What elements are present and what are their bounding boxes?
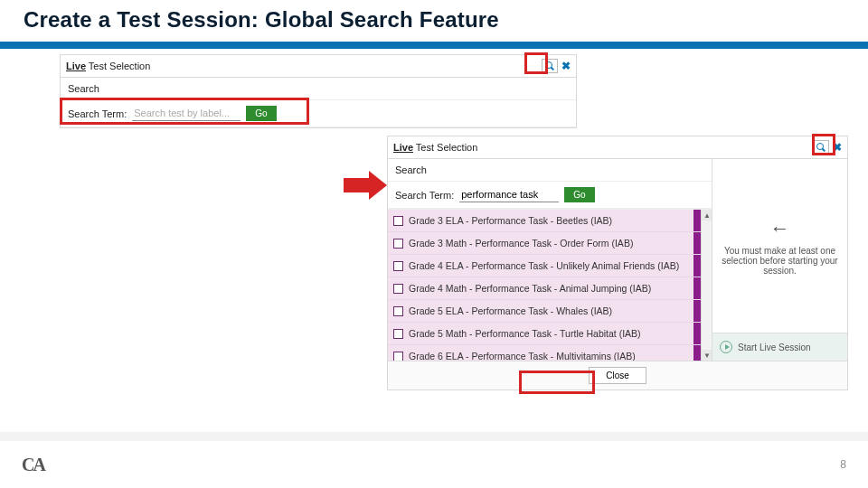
panel-b-search-row: Search Term: Go — [388, 182, 712, 209]
page-number: 8 — [840, 458, 846, 471]
list-item-label: Grade 5 Math - Performance Task - Turtle… — [409, 328, 695, 339]
panel-b: Live Test Selection ✖ Search Search Term… — [387, 136, 848, 390]
list-item[interactable]: Grade 3 Math - Performance Task - Order … — [388, 232, 701, 255]
panel-b-right: ← You must make at least one selection b… — [712, 159, 847, 361]
play-icon — [720, 341, 732, 353]
panel-b-term-label: Search Term: — [395, 190, 454, 201]
panel-b-header: Live Test Selection ✖ — [388, 136, 847, 159]
panel-a-title: Live Test Selection — [66, 61, 150, 71]
list-item-label: Grade 5 ELA - Performance Task - Whales … — [409, 305, 695, 316]
logo: CA — [22, 455, 44, 475]
arrow-left-icon: ← — [770, 217, 790, 240]
panel-b-left: Search Search Term: Go Grade 3 ELA - Per… — [388, 159, 712, 361]
checkbox[interactable] — [393, 284, 403, 294]
results-list: Grade 3 ELA - Performance Task - Beetles… — [388, 209, 712, 361]
category-chip — [693, 345, 701, 361]
list-item[interactable]: Grade 6 ELA - Performance Task - Multivi… — [388, 345, 701, 361]
list-item-label: Grade 4 Math - Performance Task - Animal… — [409, 283, 695, 294]
panel-a-search-row: Search Term: Go — [61, 100, 576, 127]
category-chip — [693, 255, 701, 277]
panel-a-term-label: Search Term: — [68, 108, 127, 119]
panel-b-section-label: Search — [388, 159, 712, 182]
scroll-down-icon[interactable]: ▼ — [702, 350, 712, 361]
go-button[interactable]: Go — [246, 106, 276, 121]
page-title: Create a Test Session: Global Search Fea… — [24, 7, 844, 33]
panel-b-title-live: Live — [393, 142, 413, 153]
checkbox[interactable] — [393, 216, 403, 226]
search-icon[interactable] — [813, 140, 829, 155]
red-arrow-icon — [344, 171, 389, 200]
list-item-label: Grade 6 ELA - Performance Task - Multivi… — [409, 351, 695, 361]
list-item[interactable]: Grade 4 ELA - Performance Task - Unlikel… — [388, 255, 701, 277]
panel-a-header: Live Test Selection ✖ — [61, 55, 576, 78]
scrollbar[interactable]: ▲ ▼ — [701, 210, 712, 361]
scroll-up-icon[interactable]: ▲ — [702, 210, 712, 221]
category-chip — [693, 210, 701, 231]
category-chip — [693, 277, 701, 299]
right-message-text: You must make at least one selection bef… — [720, 246, 840, 276]
panel-a: Live Test Selection ✖ Search Search Term… — [60, 54, 577, 128]
panel-b-footer: Close — [388, 361, 847, 389]
right-message: ← You must make at least one selection b… — [712, 159, 847, 333]
panel-b-title: Live Test Selection — [393, 142, 477, 153]
checkbox[interactable] — [393, 306, 403, 316]
category-chip — [693, 323, 701, 344]
start-session-button[interactable]: Start Live Session — [712, 333, 847, 361]
close-icon[interactable]: ✖ — [833, 142, 842, 153]
logo-text: CA — [22, 455, 44, 475]
list-item[interactable]: Grade 4 Math - Performance Task - Animal… — [388, 277, 701, 300]
close-icon[interactable]: ✖ — [561, 61, 571, 71]
panel-a-title-rest: Test Selection — [86, 61, 150, 71]
close-button[interactable]: Close — [589, 367, 646, 384]
start-session-label: Start Live Session — [738, 343, 811, 352]
list-item[interactable]: Grade 3 ELA - Performance Task - Beetles… — [388, 210, 701, 232]
checkbox[interactable] — [393, 261, 403, 271]
category-chip — [693, 232, 701, 254]
list-item[interactable]: Grade 5 Math - Performance Task - Turtle… — [388, 323, 701, 345]
search-icon[interactable] — [542, 59, 558, 73]
list-item-label: Grade 4 ELA - Performance Task - Unlikel… — [409, 260, 695, 271]
list-item[interactable]: Grade 5 ELA - Performance Task - Whales … — [388, 300, 701, 323]
search-input[interactable] — [459, 187, 559, 202]
category-chip — [693, 300, 701, 322]
go-button[interactable]: Go — [564, 187, 594, 202]
checkbox[interactable] — [393, 352, 403, 361]
panel-a-section-label: Search — [61, 78, 576, 100]
checkbox[interactable] — [393, 329, 403, 339]
title-rule — [0, 42, 868, 49]
panel-b-title-rest: Test Selection — [413, 142, 477, 153]
list-item-label: Grade 3 Math - Performance Task - Order … — [409, 238, 695, 249]
checkbox[interactable] — [393, 239, 403, 249]
search-input[interactable] — [132, 106, 241, 121]
footer: CA 8 — [0, 441, 868, 488]
panel-a-title-live: Live — [66, 61, 86, 71]
footer-band — [0, 432, 868, 441]
list-item-label: Grade 3 ELA - Performance Task - Beetles… — [409, 215, 695, 226]
